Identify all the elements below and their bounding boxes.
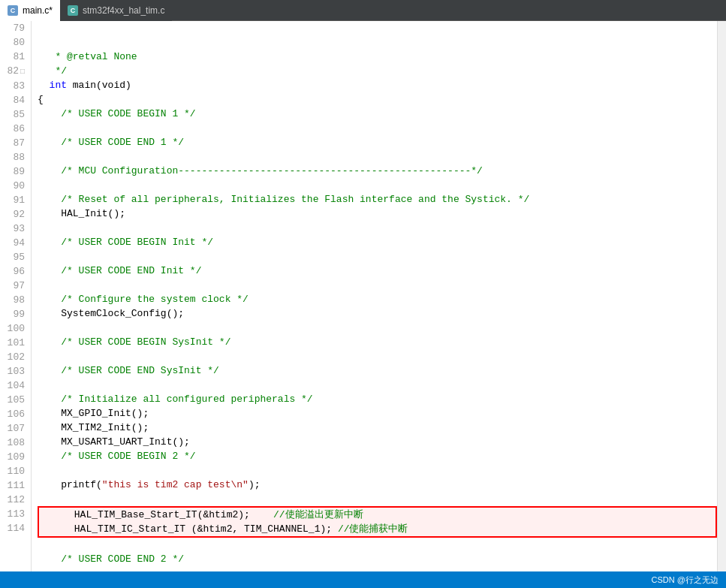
tab-label-stm: stm32f4xx_hal_tim.c	[83, 5, 164, 16]
bottom-bar: CSDN @行之无边	[0, 571, 726, 588]
code-line-98	[38, 321, 717, 335]
line-number-99: 99	[3, 307, 25, 321]
line-number-85: 85	[3, 107, 25, 122]
line-number-102: 102	[3, 350, 25, 364]
editor-container: C main.c* C stm32f4xx_hal_tim.c 79808182…	[0, 0, 726, 588]
line-number-95: 95	[3, 250, 25, 264]
line-number-89: 89	[3, 164, 25, 179]
line-number-90: 90	[3, 179, 25, 193]
line-number-96: 96	[3, 264, 25, 279]
code-line-84	[38, 121, 717, 135]
line-number-107: 107	[3, 421, 25, 436]
line-number-83: 83	[3, 79, 25, 93]
line-number-111: 111	[3, 478, 25, 493]
line-numbers: 7980818283848586878889909192939495969798…	[0, 21, 32, 571]
code-line-95	[38, 278, 717, 292]
code-line-106: MX_USART1_UART_Init();	[38, 435, 717, 449]
code-content[interactable]: * @retval None */ int main(void){ /* USE…	[32, 21, 717, 571]
code-line-109: printf("this is tim2 cap test\n");	[38, 478, 717, 492]
line-number-112: 112	[3, 493, 25, 507]
line-number-109: 109	[3, 450, 25, 464]
line-number-84: 84	[3, 93, 25, 107]
code-line-88	[38, 178, 717, 192]
code-line-80: */	[38, 64, 717, 78]
code-line-110	[38, 492, 717, 506]
code-line-99: /* USER CODE BEGIN SysInit */	[38, 335, 717, 349]
code-line-101: /* USER CODE END SysInit */	[38, 363, 717, 378]
line-number-104: 104	[3, 378, 25, 393]
line-number-86: 86	[3, 122, 25, 136]
code-line-114: /* USER CODE END 2 */	[38, 552, 717, 566]
line-number-92: 92	[3, 207, 25, 222]
code-line-93	[38, 249, 717, 264]
code-area: 7980818283848586878889909192939495969798…	[0, 21, 726, 571]
line-number-91: 91	[3, 193, 25, 207]
code-line-91	[38, 221, 717, 235]
line-number-97: 97	[3, 279, 25, 293]
line-number-105: 105	[3, 393, 25, 407]
line-number-93: 93	[3, 222, 25, 236]
tab-main-c[interactable]: C main.c*	[0, 0, 60, 21]
code-line-104: MX_GPIO_Init();	[38, 406, 717, 421]
line-number-87: 87	[3, 136, 25, 150]
tab-bar: C main.c* C stm32f4xx_hal_tim.c	[0, 0, 726, 21]
code-line-85: /* USER CODE END 1 */	[38, 135, 717, 149]
line-number-98: 98	[3, 293, 25, 307]
code-line-103: /* Initialize all configured peripherals…	[38, 392, 717, 406]
code-line-79: * @retval None	[38, 50, 717, 64]
tab-icon-main: C	[8, 5, 18, 16]
code-line-105: MX_TIM2_Init();	[38, 421, 717, 435]
line-number-110: 110	[3, 464, 25, 478]
code-line-82: {	[38, 92, 717, 107]
code-line-113	[38, 538, 717, 552]
scrollbar[interactable]	[717, 21, 726, 571]
code-line-102	[38, 378, 717, 392]
code-line-94: /* USER CODE END Init */	[38, 264, 717, 278]
bottom-bar-text: CSDN @行之无边	[652, 574, 718, 586]
line-number-100: 100	[3, 321, 25, 336]
code-line-100	[38, 349, 717, 363]
code-line-112: HAL_TIM_IC_Start_IT (&htim2, TIM_CHANNEL…	[38, 522, 717, 538]
line-number-103: 103	[3, 364, 25, 378]
code-line-97: SystemClock_Config();	[38, 306, 717, 321]
code-line-89: /* Reset of all peripherals, Initializes…	[38, 192, 717, 207]
line-number-113: 113	[3, 507, 25, 521]
code-line-86	[38, 149, 717, 164]
code-line-107: /* USER CODE BEGIN 2 */	[38, 449, 717, 463]
code-line-92: /* USER CODE BEGIN Init */	[38, 235, 717, 249]
tab-stm32[interactable]: C stm32f4xx_hal_tim.c	[60, 0, 172, 21]
line-number-79: 79	[3, 21, 25, 35]
code-line-87: /* MCU Configuration--------------------…	[38, 164, 717, 178]
code-line-96: /* Configure the system clock */	[38, 292, 717, 306]
line-number-81: 81	[3, 50, 25, 64]
line-number-80: 80	[3, 35, 25, 50]
code-line-90: HAL_Init();	[38, 207, 717, 221]
code-line-111: HAL_TIM_Base_Start_IT(&htim2); //使能溢出更新中…	[38, 506, 717, 522]
line-number-101: 101	[3, 336, 25, 350]
code-line-108	[38, 463, 717, 478]
tab-icon-stm: C	[68, 5, 78, 16]
code-line-81: int main(void)	[38, 78, 717, 92]
code-line-83: /* USER CODE BEGIN 1 */	[38, 107, 717, 121]
line-number-94: 94	[3, 236, 25, 250]
tab-label-main: main.c*	[23, 5, 53, 16]
line-number-106: 106	[3, 407, 25, 421]
line-number-88: 88	[3, 150, 25, 164]
line-number-108: 108	[3, 436, 25, 450]
line-number-82: 82	[3, 64, 25, 79]
line-number-114: 114	[3, 521, 25, 535]
